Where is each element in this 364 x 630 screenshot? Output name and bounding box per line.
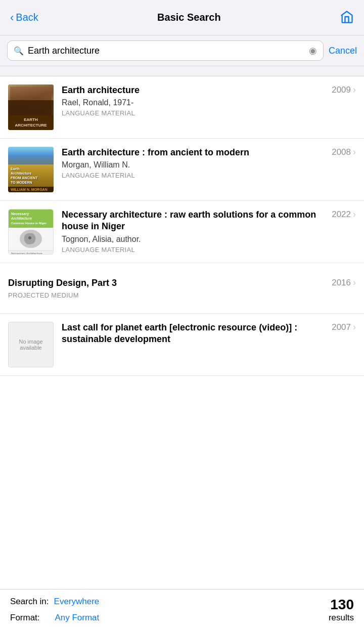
results-list: EARTHARCHITECTURE Earth architecture 200…: [0, 76, 364, 376]
format-row: Format: Any Format: [10, 613, 99, 623]
map-svg: [16, 228, 46, 250]
search-icon: 🔍: [14, 46, 24, 56]
back-button[interactable]: ‹ Back: [10, 12, 38, 23]
result-year-chevron: 2007 ›: [332, 322, 356, 332]
search-bar: 🔍 ◉ Cancel: [0, 35, 364, 66]
result-year: 2009: [332, 85, 351, 95]
result-year: 2022: [332, 209, 351, 220]
search-in-row: Search in: Everywhere: [10, 597, 99, 607]
section-divider: [0, 66, 364, 76]
result-year: 2016: [332, 278, 351, 288]
format-value[interactable]: Any Format: [55, 613, 99, 623]
result-year-chevron: 2009 ›: [332, 85, 356, 95]
book-cover-5: No image available: [8, 322, 54, 367]
search-input-wrapper: 🔍 ◉: [7, 40, 324, 61]
table-row[interactable]: EARTHARCHITECTURE Earth architecture 200…: [0, 76, 364, 139]
result-title: Earth architecture: [62, 85, 328, 96]
home-icon: [340, 10, 354, 24]
result-year: 2008: [332, 147, 351, 157]
chevron-right-icon: ›: [353, 209, 356, 220]
result-title: Necessary architecture : raw earth solut…: [62, 209, 328, 233]
result-title: Last call for planet earth [electronic r…: [62, 322, 328, 346]
book-cover-2: EarthArchitectureFROM ANCIENTTO MODERN W…: [8, 147, 54, 192]
results-label: results: [329, 613, 354, 623]
header: ‹ Back Basic Search: [0, 0, 364, 35]
result-header-row: Earth architecture : from ancient to mod…: [62, 147, 356, 158]
table-row[interactable]: NecessaryArchitectureCommon House in Nig…: [0, 201, 364, 263]
result-content: Last call for planet earth [electronic r…: [62, 322, 356, 346]
result-year-chevron: 2008 ›: [332, 147, 356, 157]
result-type: LANGUAGE MATERIAL: [62, 109, 356, 117]
result-author: Tognon, Alisia, author.: [62, 235, 356, 244]
search-in-value[interactable]: Everywhere: [54, 597, 100, 607]
search-clear-button[interactable]: ◉: [309, 45, 317, 56]
result-year-chevron: 2016 ›: [332, 277, 356, 288]
svg-point-1: [28, 236, 31, 239]
result-header-row: Necessary architecture : raw earth solut…: [62, 209, 356, 233]
result-year: 2007: [332, 322, 351, 332]
chevron-right-icon: ›: [353, 147, 356, 157]
table-row[interactable]: No image available Last call for planet …: [0, 314, 364, 376]
result-content: Disrupting Design, Part 3 2016 › PROJECT…: [8, 277, 356, 299]
footer-filters: Search in: Everywhere Format: Any Format: [10, 597, 99, 623]
no-image-text: No image available: [9, 337, 53, 353]
result-content: Necessary architecture : raw earth solut…: [62, 209, 356, 254]
result-title: Disrupting Design, Part 3: [8, 277, 328, 289]
table-row[interactable]: Disrupting Design, Part 3 2016 › PROJECT…: [0, 263, 364, 314]
result-content: Earth architecture 2009 › Rael, Ronald, …: [62, 85, 356, 117]
search-in-label: Search in:: [10, 597, 49, 607]
home-button[interactable]: [340, 10, 354, 26]
result-author: Rael, Ronald, 1971-: [62, 98, 356, 107]
table-row[interactable]: EarthArchitectureFROM ANCIENTTO MODERN W…: [0, 139, 364, 201]
back-label: Back: [16, 12, 38, 23]
footer-results: 130 results: [329, 597, 354, 623]
result-header-row: Earth architecture 2009 ›: [62, 85, 356, 96]
result-content: Earth architecture : from ancient to mod…: [62, 147, 356, 179]
result-author: Morgan, William N.: [62, 160, 356, 170]
footer: Search in: Everywhere Format: Any Format…: [0, 589, 364, 630]
back-chevron-icon: ‹: [10, 12, 14, 23]
cancel-button[interactable]: Cancel: [329, 46, 357, 56]
result-year-chevron: 2022 ›: [332, 209, 356, 220]
result-header-row: Last call for planet earth [electronic r…: [62, 322, 356, 346]
search-input[interactable]: [28, 46, 305, 56]
book-cover-3: NecessaryArchitectureCommon House in Nig…: [8, 209, 54, 255]
result-title: Earth architecture : from ancient to mod…: [62, 147, 328, 158]
format-label: Format:: [10, 613, 40, 623]
results-count: 130: [330, 597, 354, 613]
page-title: Basic Search: [38, 12, 340, 23]
result-header-row: Disrupting Design, Part 3 2016 ›: [8, 277, 356, 289]
chevron-right-icon: ›: [353, 322, 356, 332]
chevron-right-icon: ›: [353, 85, 356, 95]
result-type: PROJECTED MEDIUM: [8, 291, 356, 299]
chevron-right-icon: ›: [353, 277, 356, 288]
result-type: LANGUAGE MATERIAL: [62, 246, 356, 254]
book-cover-1: EARTHARCHITECTURE: [8, 85, 54, 130]
result-type: LANGUAGE MATERIAL: [62, 172, 356, 179]
